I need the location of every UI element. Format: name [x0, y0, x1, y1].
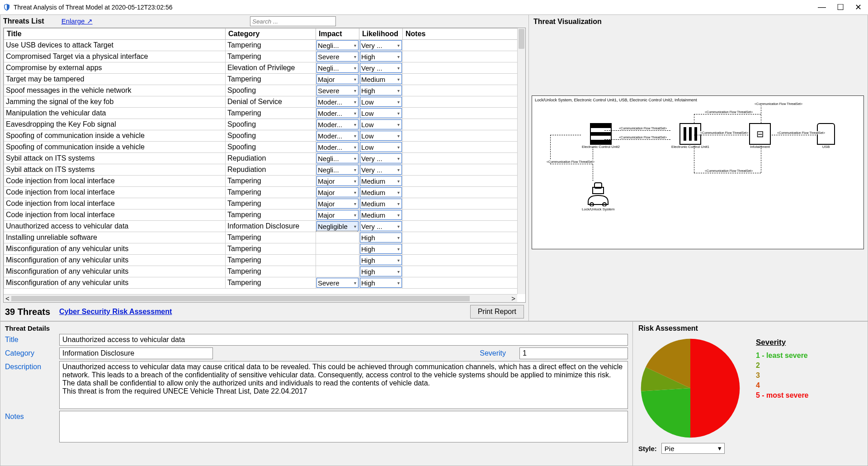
- impact-select[interactable]: Major▾: [316, 199, 359, 209]
- search-input[interactable]: [250, 16, 336, 26]
- impact-select[interactable]: Severe▾: [316, 52, 359, 62]
- cell-impact[interactable]: Negli...▾: [316, 62, 359, 74]
- col-notes[interactable]: Notes: [403, 29, 525, 40]
- impact-select[interactable]: Negligible▾: [316, 221, 359, 231]
- impact-select[interactable]: Major▾: [316, 187, 359, 197]
- car-lock-icon[interactable]: [585, 182, 611, 206]
- table-row[interactable]: Code injection from local interfaceTampe…: [4, 187, 525, 198]
- cell-likelihood[interactable]: High▾: [359, 255, 403, 266]
- impact-select[interactable]: Moder...▾: [316, 97, 359, 107]
- table-row[interactable]: Sybil attack on ITS systemsRepudiationNe…: [4, 153, 525, 164]
- col-likelihood[interactable]: Likelihood: [359, 29, 403, 40]
- likelihood-select[interactable]: Low▾: [360, 108, 402, 118]
- cell-impact[interactable]: Moder...▾: [316, 108, 359, 119]
- window-minimize-button[interactable]: —: [818, 2, 826, 12]
- table-row[interactable]: Jamming the signal of the key fobDenial …: [4, 96, 525, 108]
- impact-select[interactable]: Negli...▾: [316, 40, 359, 50]
- cell-likelihood[interactable]: Very ...▾: [359, 62, 403, 74]
- table-row[interactable]: Installing unreliable softwareTamperingH…: [4, 232, 525, 243]
- cell-likelihood[interactable]: High▾: [359, 85, 403, 96]
- risk-assessment-link[interactable]: Cyber Security Risk Assessment: [59, 308, 172, 316]
- likelihood-select[interactable]: Low▾: [360, 97, 402, 107]
- cell-likelihood[interactable]: Very ...▾: [359, 164, 403, 176]
- impact-select[interactable]: Severe▾: [316, 86, 359, 95]
- col-impact[interactable]: Impact: [316, 29, 359, 40]
- cell-impact[interactable]: Severe▾: [316, 277, 359, 289]
- cell-likelihood[interactable]: High▾: [359, 243, 403, 255]
- cell-likelihood[interactable]: Medium▾: [359, 187, 403, 198]
- cell-likelihood[interactable]: High▾: [359, 51, 403, 62]
- cell-likelihood[interactable]: Medium▾: [359, 209, 403, 221]
- cell-impact[interactable]: Major▾: [316, 74, 359, 85]
- impact-select[interactable]: Moder...▾: [316, 119, 359, 129]
- table-row[interactable]: Code injection from local interfaceTampe…: [4, 209, 525, 221]
- horizontal-scrollbar[interactable]: <>: [4, 294, 517, 302]
- col-title[interactable]: Title: [4, 29, 226, 40]
- likelihood-select[interactable]: Very ...▾: [360, 153, 402, 163]
- cell-impact[interactable]: Major▾: [316, 187, 359, 198]
- cell-impact[interactable]: Negli...▾: [316, 164, 359, 176]
- likelihood-select[interactable]: Very ...▾: [360, 221, 402, 231]
- cell-likelihood[interactable]: Low▾: [359, 119, 403, 130]
- vertical-scrollbar[interactable]: [517, 28, 525, 294]
- threat-diagram[interactable]: Lock/Unlock System, Electronic Control U…: [532, 95, 864, 249]
- cell-impact[interactable]: [316, 266, 359, 277]
- table-row[interactable]: Use USB devices to attack TargetTamperin…: [4, 40, 525, 51]
- table-row[interactable]: Misconfiguration of any vehicular unitsT…: [4, 266, 525, 277]
- likelihood-select[interactable]: Very ...▾: [360, 40, 402, 50]
- cell-likelihood[interactable]: High▾: [359, 232, 403, 243]
- table-row[interactable]: Spoof messages in the vehicle networkSpo…: [4, 85, 525, 96]
- impact-select[interactable]: Negli...▾: [316, 63, 359, 73]
- cell-likelihood[interactable]: Medium▾: [359, 198, 403, 209]
- likelihood-select[interactable]: Medium▾: [360, 176, 402, 186]
- impact-select[interactable]: Major▾: [316, 176, 359, 186]
- table-row[interactable]: Code injection from local interfaceTampe…: [4, 198, 525, 209]
- table-row[interactable]: Misconfiguration of any vehicular unitsT…: [4, 277, 525, 289]
- likelihood-select[interactable]: Medium▾: [360, 210, 402, 220]
- table-row[interactable]: Spoofing of communication inside a vehic…: [4, 130, 525, 142]
- cell-impact[interactable]: Major▾: [316, 209, 359, 221]
- impact-select[interactable]: Negli...▾: [316, 165, 359, 175]
- enlarge-link[interactable]: Enlarge ↗: [61, 17, 93, 25]
- likelihood-select[interactable]: Medium▾: [360, 74, 402, 84]
- severity-field[interactable]: [519, 347, 628, 359]
- likelihood-select[interactable]: High▾: [360, 255, 402, 265]
- likelihood-select[interactable]: High▾: [360, 278, 402, 288]
- impact-select[interactable]: Negli...▾: [316, 153, 359, 163]
- cell-impact[interactable]: Major▾: [316, 176, 359, 187]
- table-row[interactable]: Manipulation the vehicular dataTampering…: [4, 108, 525, 119]
- ecu1-node-icon[interactable]: [679, 123, 701, 145]
- likelihood-select[interactable]: High▾: [360, 244, 402, 254]
- likelihood-select[interactable]: Very ...▾: [360, 165, 402, 175]
- cell-impact[interactable]: Negligible▾SevereMajorModerateNegligible: [316, 221, 359, 232]
- impact-select[interactable]: Moder...▾: [316, 108, 359, 118]
- cell-impact[interactable]: Moder...▾: [316, 119, 359, 130]
- cell-likelihood[interactable]: Low▾: [359, 96, 403, 108]
- cell-impact[interactable]: [316, 243, 359, 255]
- cell-impact[interactable]: Severe▾: [316, 85, 359, 96]
- likelihood-select[interactable]: High▾: [360, 52, 402, 62]
- impact-select[interactable]: Major▾: [316, 74, 359, 84]
- infotainment-node-icon[interactable]: ⊟: [749, 123, 771, 145]
- likelihood-select[interactable]: High▾: [360, 86, 402, 95]
- table-row[interactable]: Misconfiguration of any vehicular unitsT…: [4, 243, 525, 255]
- cell-likelihood[interactable]: Very ...▾: [359, 153, 403, 164]
- likelihood-select[interactable]: Low▾: [360, 131, 402, 141]
- window-close-button[interactable]: ✕: [855, 2, 862, 12]
- cell-likelihood[interactable]: Medium▾: [359, 74, 403, 85]
- likelihood-select[interactable]: Low▾: [360, 119, 402, 129]
- impact-select[interactable]: Moder...▾: [316, 142, 359, 152]
- likelihood-select[interactable]: Medium▾: [360, 187, 402, 197]
- threats-grid[interactable]: Title Category Impact Likelihood Notes U…: [3, 28, 526, 303]
- table-row[interactable]: Unauthorized access to vehicular dataInf…: [4, 221, 525, 232]
- cell-likelihood[interactable]: Low▾: [359, 108, 403, 119]
- cell-likelihood[interactable]: High▾: [359, 277, 403, 289]
- table-row[interactable]: Misconfiguration of any vehicular unitsT…: [4, 255, 525, 266]
- impact-select[interactable]: Major▾: [316, 210, 359, 220]
- likelihood-select[interactable]: Medium▾: [360, 199, 402, 209]
- table-row[interactable]: Eavesdropping the Key Fob signalSpoofing…: [4, 119, 525, 130]
- print-report-button[interactable]: Print Report: [470, 305, 524, 319]
- cell-impact[interactable]: Moder...▾: [316, 96, 359, 108]
- cell-impact[interactable]: Severe▾: [316, 51, 359, 62]
- cell-likelihood[interactable]: Low▾: [359, 142, 403, 153]
